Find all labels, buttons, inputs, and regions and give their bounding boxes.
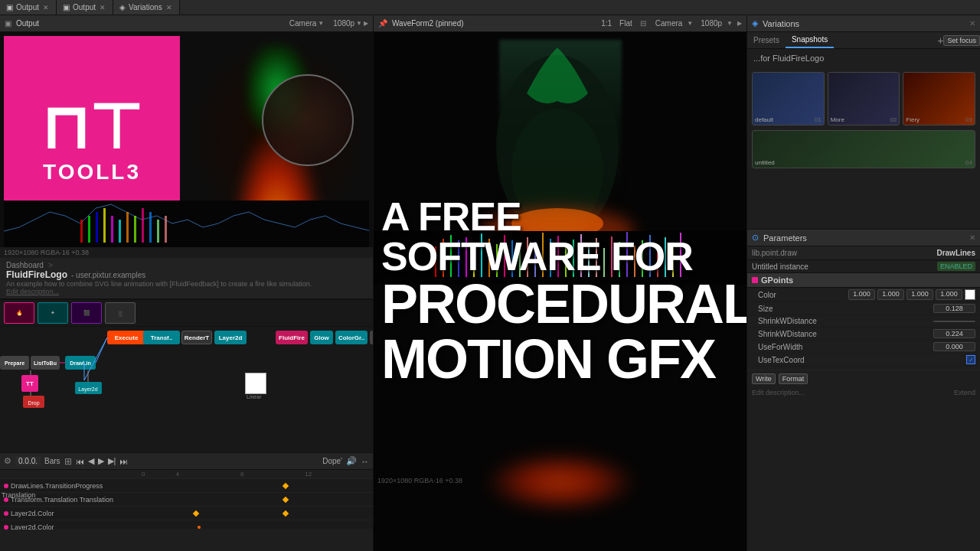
output-tab-2[interactable]: ▣ Output ✕ [57, 0, 113, 15]
camera-selector[interactable]: Camera ▼ [289, 19, 325, 28]
waveform-svg [4, 201, 369, 254]
grain-node[interactable]: Grain [370, 331, 373, 344]
color-val-r[interactable]: 1.000 [848, 289, 875, 300]
logo-wordmark: TOOLL3 [43, 160, 141, 184]
set-focus-button[interactable]: Set focus [943, 35, 980, 46]
variations-panel: ◈ Variations ✕ Presets Snapshots + Set f… [747, 15, 980, 230]
track-bar-1[interactable] [149, 479, 373, 492]
variations-panel-icon: ◈ [752, 18, 758, 28]
track-bar-3[interactable] [149, 507, 373, 520]
snapshots-tab[interactable]: Snapshots [786, 32, 834, 48]
svg-line-14 [96, 337, 107, 363]
transition-val[interactable]: 0.224 [933, 329, 975, 338]
prev-frame-icon[interactable]: ◀ [88, 456, 94, 466]
mid-resolution-label[interactable]: 1080p [701, 19, 722, 28]
flat-btn[interactable]: Flat [619, 19, 632, 28]
listtobu-node[interactable]: ListToBu [31, 356, 60, 370]
close-output-1[interactable]: ✕ [42, 4, 50, 11]
white-node-box[interactable] [245, 373, 266, 394]
resolution-selector[interactable]: 1080p ▼ ▶ [333, 19, 368, 28]
format-button[interactable]: Format [779, 373, 808, 384]
output-tab-1[interactable]: ▣ Output ✕ [0, 0, 57, 15]
shrink-val[interactable] [933, 321, 975, 322]
camera-dropdown-icon[interactable]: ▼ [318, 20, 324, 27]
glow-thumb[interactable]: ✦ [38, 302, 68, 324]
layer2d-node[interactable]: Layer2d [214, 331, 247, 344]
mid-status-text: 1920×1080 RGBA·16 +0.38 [377, 477, 462, 484]
track-bar-2[interactable] [149, 493, 373, 506]
var-thumb-default[interactable]: default 01 [752, 72, 825, 126]
dashboard-link[interactable]: Dashboard [6, 261, 44, 269]
keyframe-2[interactable] [283, 496, 289, 502]
svg-rect-37 [473, 243, 475, 277]
rendert-node[interactable]: RenderT [181, 331, 212, 344]
write-button[interactable]: Write [752, 373, 776, 384]
keyframe-1[interactable] [283, 482, 289, 488]
transform-node[interactable]: Transf.. [143, 331, 180, 344]
settings-icon[interactable]: ⚙ [4, 456, 11, 466]
fluidfire-node[interactable]: FluidFire [276, 331, 308, 344]
next-frame-icon[interactable]: ▶| [108, 456, 116, 466]
mid-camera-label[interactable]: Camera [655, 19, 683, 28]
add-variation-button[interactable]: + [937, 34, 943, 47]
extend-link[interactable]: Extend [954, 389, 975, 396]
variations-tab[interactable]: ◈ Variations ✕ [113, 0, 180, 15]
variations-tabs: Presets Snapshots + Set focus [747, 32, 980, 49]
param-shrink: ShrinkWDistance [747, 315, 980, 328]
var-thumb-more[interactable]: More 02 [828, 72, 900, 126]
skip-start-icon[interactable]: ⏮ [76, 457, 84, 466]
play-icon[interactable]: ▶ [98, 456, 104, 466]
svg-rect-40 [496, 244, 498, 277]
mid-camera-dropdown[interactable]: ▼ [687, 20, 693, 27]
color-val-a[interactable]: 1.000 [936, 289, 962, 300]
color-grade-thumb[interactable]: ⬛ [71, 302, 102, 324]
dope-label[interactable]: Dope' [322, 457, 342, 465]
size-val[interactable]: 0.128 [933, 304, 975, 313]
var-thumb-untitled[interactable]: untitled 04 [752, 130, 975, 168]
keyframe-3[interactable] [192, 510, 198, 516]
glow-node[interactable]: Glow [310, 331, 333, 344]
close-variations[interactable]: ✕ [165, 4, 173, 11]
audio-icon[interactable]: 🔊 [346, 456, 357, 466]
var-thumb-firy[interactable]: Fiery 03 [903, 72, 975, 126]
edit-description-link[interactable]: Edit description... [752, 389, 805, 396]
enabled-badge[interactable]: ENABLED [937, 262, 975, 271]
mid-panel: 📌 WaveForm2 (pinned) 1:1 Flat ⊟ Camera ▼… [374, 15, 747, 551]
mid-resolution-dropdown[interactable]: ▼ [727, 20, 733, 27]
color-val-b[interactable]: 1.000 [906, 289, 933, 300]
keyframe-4[interactable] [198, 526, 201, 529]
prepare-node[interactable]: Prepare [0, 356, 29, 370]
variations-grid: default 01 More 02 Fiery 03 [747, 67, 980, 130]
execute-node[interactable]: Execute [107, 331, 145, 344]
grid-icon[interactable]: ⊞ [64, 456, 72, 467]
resolution-dropdown-icon[interactable]: ▼ [356, 20, 362, 27]
color-swatch[interactable] [965, 289, 975, 300]
close-output-2[interactable]: ✕ [99, 4, 106, 11]
track-label-3: Layer2d.Color [11, 510, 149, 517]
skip-end-icon[interactable]: ⏭ [119, 457, 128, 466]
mode-label[interactable]: Bars [44, 457, 60, 465]
project-desc-link[interactable]: Edit description... [6, 288, 367, 295]
time-display[interactable]: 0.0.0. [15, 456, 41, 466]
grain-thumb[interactable]: ░ [105, 302, 136, 324]
mid-resolution-arrow: ▶ [737, 20, 742, 27]
fluid-fire-thumb[interactable]: 🔥 [4, 302, 34, 324]
close-variations-panel[interactable]: ✕ [969, 19, 975, 28]
presets-tab[interactable]: Presets [747, 32, 786, 48]
colorgr-node[interactable]: ColorGr.. [335, 331, 368, 344]
close-params[interactable]: ✕ [969, 233, 975, 242]
svg-rect-60 [649, 235, 651, 277]
svg-rect-45 [534, 242, 536, 277]
gpoints-label: GPoints [761, 276, 793, 285]
drawlin-node[interactable]: DrawLin [65, 356, 96, 370]
left-status-bar: 1920×1080 RGBA·16 +0.38 [0, 247, 373, 258]
track-bar-4[interactable] [149, 520, 373, 530]
extra-icon[interactable]: ↔ [361, 457, 369, 466]
timeline-tracks: 0 4 8 12 16 DrawLines.TransitionProgress [0, 470, 373, 530]
color-val-g[interactable]: 1.000 [877, 289, 904, 300]
grid-view-icon[interactable]: ⊟ [640, 19, 646, 28]
usetexcoord-checkbox[interactable]: ✓ [966, 355, 975, 364]
keyframe-3b[interactable] [283, 510, 289, 516]
left-status-text: 1920×1080 RGBA·16 +0.38 [4, 249, 89, 256]
useforwidth-val[interactable]: 0.000 [933, 342, 975, 351]
